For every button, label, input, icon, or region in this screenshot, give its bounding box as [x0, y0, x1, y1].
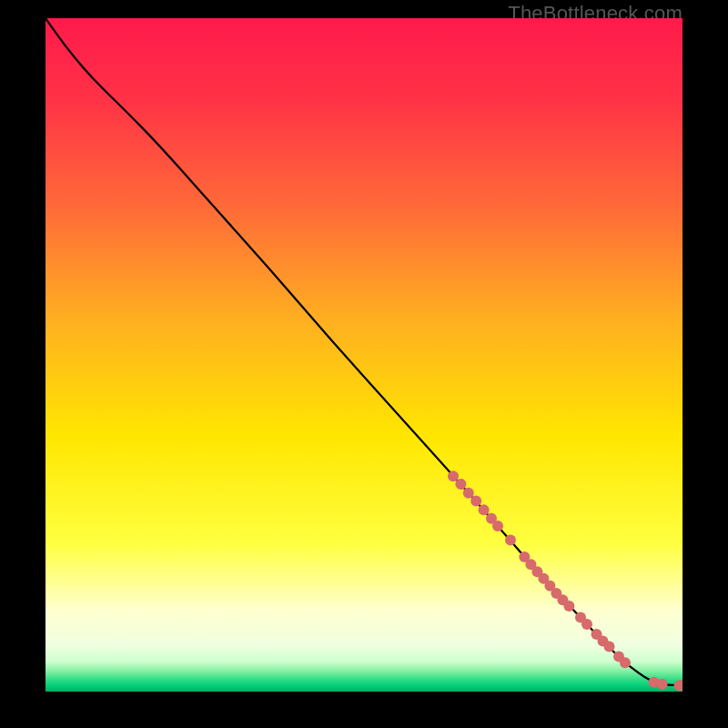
data-marker [620, 657, 631, 668]
data-marker [581, 619, 592, 630]
data-marker [448, 470, 459, 481]
plot-area [46, 18, 682, 692]
data-marker [470, 496, 481, 507]
gradient-background [46, 18, 682, 692]
data-marker [479, 504, 490, 515]
data-marker [455, 479, 466, 490]
data-marker [492, 521, 503, 531]
chart-frame: TheBottleneck.com [0, 0, 728, 728]
data-marker [563, 601, 574, 612]
data-marker [604, 641, 615, 652]
data-marker [505, 535, 516, 546]
chart-svg [46, 18, 682, 692]
data-marker [657, 679, 668, 690]
data-marker [463, 488, 474, 499]
